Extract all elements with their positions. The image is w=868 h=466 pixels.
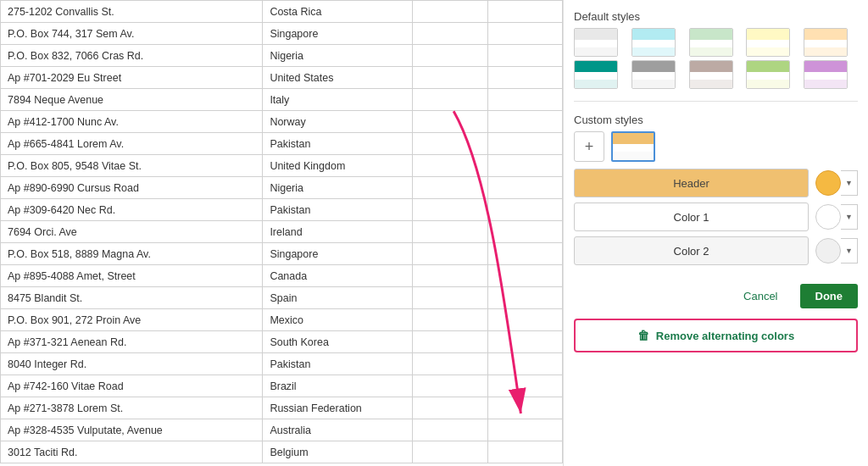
table-cell[interactable]: Pakistan [263,353,413,375]
table-cell[interactable] [487,1,562,23]
table-cell[interactable] [487,375,562,397]
table-cell[interactable] [413,331,487,353]
table-cell[interactable]: Pakistan [263,199,413,221]
table-cell[interactable]: 275-1202 Convallis St. [1,1,263,23]
swatch-gray[interactable] [632,60,676,89]
table-cell[interactable]: Ap #271-3878 Lorem St. [1,397,263,419]
table-cell[interactable] [487,23,562,45]
table-cell[interactable] [487,243,562,265]
table-cell[interactable]: Singapore [263,243,413,265]
selected-custom-swatch[interactable] [611,131,655,162]
table-cell[interactable]: Spain [263,287,413,309]
table-cell[interactable]: Pakistan [263,133,413,155]
table-cell[interactable]: P.O. Box 744, 317 Sem Av. [1,23,263,45]
table-cell[interactable]: Ap #328-4535 Vulputate, Avenue [1,419,263,441]
table-cell[interactable]: Canada [263,265,413,287]
table-cell[interactable]: 7694 Orci. Ave [1,221,263,243]
table-cell[interactable]: 3012 Taciti Rd. [1,441,263,463]
table-cell[interactable] [413,89,487,111]
table-cell[interactable]: P.O. Box 805, 9548 Vitae St. [1,155,263,177]
table-cell[interactable]: Australia [263,419,413,441]
table-cell[interactable]: South Korea [263,331,413,353]
swatch-yellow[interactable] [746,28,790,57]
table-cell[interactable]: Nigeria [263,177,413,199]
table-cell[interactable] [413,353,487,375]
table-cell[interactable] [413,265,487,287]
table-cell[interactable] [487,67,562,89]
table-cell[interactable] [413,397,487,419]
table-cell[interactable] [413,155,487,177]
table-cell[interactable] [413,309,487,331]
table-cell[interactable]: Ap #890-6990 Cursus Road [1,177,263,199]
remove-alternating-button[interactable]: 🗑 Remove alternating colors [574,319,858,352]
table-cell[interactable] [487,287,562,309]
table-cell[interactable]: Ap #701-2029 Eu Street [1,67,263,89]
table-cell[interactable] [487,419,562,441]
swatch-green[interactable] [689,28,733,57]
table-cell[interactable]: Ap #412-1700 Nunc Av. [1,111,263,133]
table-cell[interactable] [413,133,487,155]
table-cell[interactable]: Costa Rica [263,1,413,23]
table-cell[interactable] [413,441,487,463]
table-cell[interactable]: Norway [263,111,413,133]
color1-button[interactable] [815,204,841,230]
table-cell[interactable]: 7894 Neque Avenue [1,89,263,111]
table-cell[interactable] [413,199,487,221]
table-cell[interactable] [487,221,562,243]
table-cell[interactable] [413,1,487,23]
table-cell[interactable]: Ap #742-160 Vitae Road [1,375,263,397]
table-cell[interactable] [487,155,562,177]
color2-button[interactable] [815,238,841,264]
table-cell[interactable]: Brazil [263,375,413,397]
table-cell[interactable] [487,177,562,199]
table-cell[interactable] [487,353,562,375]
table-cell[interactable] [413,177,487,199]
table-cell[interactable] [487,265,562,287]
table-cell[interactable] [487,397,562,419]
table-cell[interactable]: United States [263,67,413,89]
table-cell[interactable] [487,331,562,353]
table-cell[interactable] [487,133,562,155]
done-button[interactable]: Done [800,284,859,308]
table-cell[interactable]: Ap #371-321 Aenean Rd. [1,331,263,353]
table-cell[interactable] [413,221,487,243]
table-cell[interactable] [487,199,562,221]
table-cell[interactable]: Ap #665-4841 Lorem Av. [1,133,263,155]
table-cell[interactable] [413,111,487,133]
table-cell[interactable] [413,23,487,45]
color2-dropdown[interactable]: ▼ [841,238,858,264]
table-cell[interactable]: Singapore [263,23,413,45]
table-cell[interactable] [487,309,562,331]
table-cell[interactable]: United Kingdom [263,155,413,177]
table-cell[interactable]: Ireland [263,221,413,243]
table-cell[interactable] [413,419,487,441]
table-cell[interactable] [487,111,562,133]
table-cell[interactable] [487,441,562,463]
table-cell[interactable]: Belgium [263,441,413,463]
table-cell[interactable]: 8475 Blandit St. [1,287,263,309]
table-cell[interactable]: Nigeria [263,45,413,67]
table-cell[interactable]: Ap #309-6420 Nec Rd. [1,199,263,221]
swatch-orange[interactable] [804,28,848,57]
table-cell[interactable]: Mexico [263,309,413,331]
table-cell[interactable]: P.O. Box 518, 8889 Magna Av. [1,243,263,265]
table-cell[interactable]: Russian Federation [263,397,413,419]
swatch-purple[interactable] [804,60,848,89]
table-cell[interactable]: P.O. Box 901, 272 Proin Ave [1,309,263,331]
cancel-button[interactable]: Cancel [728,284,793,308]
table-cell[interactable]: Italy [263,89,413,111]
table-cell[interactable] [413,287,487,309]
table-cell[interactable]: P.O. Box 832, 7066 Cras Rd. [1,45,263,67]
table-cell[interactable] [487,89,562,111]
table-cell[interactable] [487,45,562,67]
swatch-teal[interactable] [574,60,618,89]
add-style-button[interactable]: + [574,131,604,162]
table-cell[interactable] [413,67,487,89]
table-cell[interactable] [413,45,487,67]
header-color-button[interactable] [815,170,841,196]
table-cell[interactable]: 8040 Integer Rd. [1,353,263,375]
swatch-cyan[interactable] [632,28,676,57]
swatch-brown[interactable] [689,60,733,89]
header-color-dropdown[interactable]: ▼ [841,170,858,196]
swatch-light-green[interactable] [746,60,790,89]
